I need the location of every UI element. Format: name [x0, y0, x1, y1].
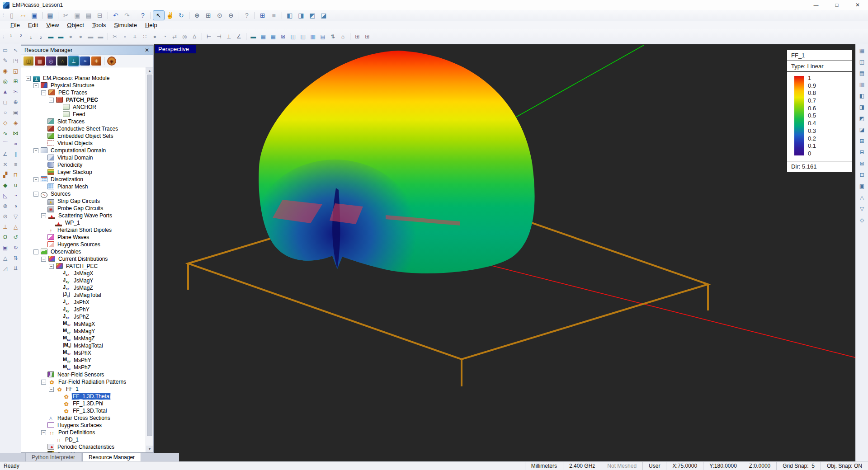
draw-tool-a-20-icon[interactable]: ▣: [1, 243, 10, 252]
swap-vert-button-icon[interactable]: ⇅: [328, 32, 338, 41]
zoom-in-button-icon[interactable]: ⊙: [214, 11, 225, 20]
menu-tools[interactable]: Tools: [88, 22, 110, 28]
tree-expander-icon[interactable]: −: [41, 213, 46, 218]
measure-xy-button-icon[interactable]: ⊥: [224, 32, 234, 41]
tree-item[interactable]: −Current Distributions: [21, 255, 145, 263]
tree-item[interactable]: −∿Sources: [21, 190, 145, 197]
via-circle-2-button-icon[interactable]: ●: [76, 32, 85, 41]
tree-expander-icon[interactable]: −: [33, 177, 38, 182]
module-picasso-icon[interactable]: ⊥: [69, 56, 79, 66]
tree-item[interactable]: Slot Traces: [21, 118, 145, 125]
tree-item[interactable]: ▲WP_1: [21, 219, 145, 226]
menu-view[interactable]: View: [42, 22, 63, 28]
donut-tool-button-icon[interactable]: ◔: [160, 32, 170, 41]
tree-expander-icon[interactable]: −: [33, 249, 38, 254]
draw-tool-b-8-icon[interactable]: ◈: [11, 118, 20, 127]
redo-button-icon[interactable]: ↷: [122, 11, 132, 20]
tree-item[interactable]: −PATCH_PEC: [21, 96, 145, 103]
tree-item[interactable]: ◉Probe Gap Circuits: [21, 205, 145, 212]
view-iso-button-icon[interactable]: ◧: [284, 11, 295, 20]
tree-item[interactable]: JsxJsMagX: [21, 270, 145, 277]
tree-item[interactable]: Huygens Surfaces: [21, 422, 145, 429]
pad-rect-2-button-icon[interactable]: ▬: [96, 32, 105, 41]
view-tool-15-icon[interactable]: ▽: [858, 204, 867, 213]
tree-expander-icon[interactable]: −: [49, 98, 54, 103]
select-tool-button-icon[interactable]: ↖: [153, 11, 164, 20]
placeholder-button-icon[interactable]: ■: [269, 11, 279, 20]
tree-item[interactable]: Huygens Sources: [21, 241, 145, 248]
tree-item[interactable]: Near-Field Sensors: [21, 371, 145, 378]
tree-item[interactable]: ANCHOR: [21, 103, 145, 111]
cut-button-icon[interactable]: ✂: [61, 11, 71, 20]
tree-item[interactable]: Virtual Domain: [21, 154, 145, 161]
tree-item[interactable]: JszJsMagZ: [21, 284, 145, 291]
tree-expander-icon[interactable]: −: [49, 264, 54, 269]
draw-tool-b-16-icon[interactable]: ◑: [11, 202, 20, 211]
array-tool-button-icon[interactable]: ⌗: [130, 32, 140, 41]
blob-tool-button-icon[interactable]: ●: [150, 32, 160, 41]
delete-button-icon[interactable]: ⊟: [94, 11, 105, 20]
context-help-button-icon[interactable]: ?: [241, 11, 252, 20]
tree-item[interactable]: ✿FF_1.3D.Theta: [21, 393, 145, 400]
menu-simulate[interactable]: Simulate: [110, 22, 141, 28]
label-tool-button-icon[interactable]: ∆: [190, 32, 199, 41]
draw-tool-b-7-icon[interactable]: ▣: [11, 108, 20, 117]
help-pointer-button-icon[interactable]: ?: [137, 11, 148, 20]
draw-tool-b-19-icon[interactable]: ↺: [11, 233, 20, 242]
tree-item[interactable]: ↑↑PD_1: [21, 436, 145, 443]
draw-tool-b-21-icon[interactable]: ⇅: [11, 254, 20, 263]
view-tool-7-icon[interactable]: ◩: [858, 114, 867, 123]
tree-item[interactable]: ↑Hertzian Short Dipoles: [21, 226, 145, 234]
draw-tool-a-22-icon[interactable]: ◿: [1, 264, 10, 273]
draw-tool-a-4-icon[interactable]: ◎: [1, 77, 10, 86]
tree-expander-icon[interactable]: −: [33, 148, 38, 153]
pan-tool-button-icon[interactable]: ✌: [165, 11, 175, 20]
tree-expander-icon[interactable]: −: [41, 380, 46, 385]
view-tool-1-icon[interactable]: ▦: [858, 46, 867, 55]
tree-item[interactable]: JsyJsMagY: [21, 277, 145, 284]
draw-tool-b-18-icon[interactable]: △: [11, 222, 20, 231]
tree-item[interactable]: MsyMsPhY: [21, 357, 145, 364]
tree-item[interactable]: −Discretization: [21, 176, 145, 183]
array-2-button-icon[interactable]: ⊞: [363, 32, 372, 41]
draw-tool-b-13-icon[interactable]: ⊓: [11, 170, 20, 179]
view-side-button-icon[interactable]: ◩: [307, 11, 318, 20]
layer-sub-2-button-icon[interactable]: ₂: [36, 32, 46, 41]
tree-item[interactable]: −▲Scattering Wave Ports: [21, 212, 145, 219]
tree-item[interactable]: Embedded Object Sets: [21, 132, 145, 140]
tree-item[interactable]: MszMsPhZ: [21, 364, 145, 371]
tree-expander-icon[interactable]: −: [33, 192, 38, 197]
tree-item[interactable]: MsxMsPhX: [21, 349, 145, 357]
tree-expander-icon[interactable]: −: [26, 76, 31, 81]
tree-item[interactable]: −↑↑Port Definitions: [21, 429, 145, 436]
draw-tool-a-21-icon[interactable]: △: [1, 254, 10, 263]
module-cubes-icon[interactable]: ◫: [24, 56, 33, 66]
draw-tool-b-22-icon[interactable]: ⇊: [11, 264, 20, 273]
target-tool-button-icon[interactable]: ◎: [180, 32, 189, 41]
view-front-button-icon[interactable]: ◨: [296, 11, 307, 20]
view-tool-9-icon[interactable]: ⊞: [858, 136, 867, 146]
view-tool-16-icon[interactable]: ◇: [858, 216, 867, 225]
draw-tool-a-3-icon[interactable]: ◉: [1, 66, 10, 75]
pad-rect-1-button-icon[interactable]: ▬: [86, 32, 95, 41]
via-circle-1-button-icon[interactable]: ●: [66, 32, 75, 41]
view-tool-5-icon[interactable]: ◧: [858, 91, 867, 100]
draw-tool-a-18-icon[interactable]: ⊥: [1, 222, 10, 231]
tree-item[interactable]: −✿FF_1: [21, 385, 145, 393]
scroll-down-icon[interactable]: ▼: [146, 446, 153, 452]
tree-item[interactable]: Virtual Objects: [21, 140, 145, 147]
draw-tool-a-5-icon[interactable]: ▲: [1, 87, 10, 96]
view-tool-11-icon[interactable]: ⊠: [858, 159, 867, 168]
draw-tool-a-13-icon[interactable]: ▞: [1, 170, 10, 179]
close-button[interactable]: ✕: [847, 0, 868, 10]
draw-tool-a-11-icon[interactable]: ∠: [1, 150, 10, 159]
module-terrano-icon[interactable]: ∴: [57, 56, 67, 66]
draw-tool-b-11-icon[interactable]: ∥: [11, 150, 20, 159]
module-libera-icon[interactable]: ≈: [80, 56, 90, 66]
tree-item[interactable]: |Ms|MsMagTotal: [21, 342, 145, 349]
panel-close-icon[interactable]: ✕: [144, 47, 150, 53]
panel-b-button-icon[interactable]: ◫: [298, 32, 308, 41]
menu-file[interactable]: File: [6, 22, 24, 28]
zoom-out-button-icon[interactable]: ⊖: [226, 11, 236, 20]
scroll-up-icon[interactable]: ▲: [146, 67, 153, 74]
